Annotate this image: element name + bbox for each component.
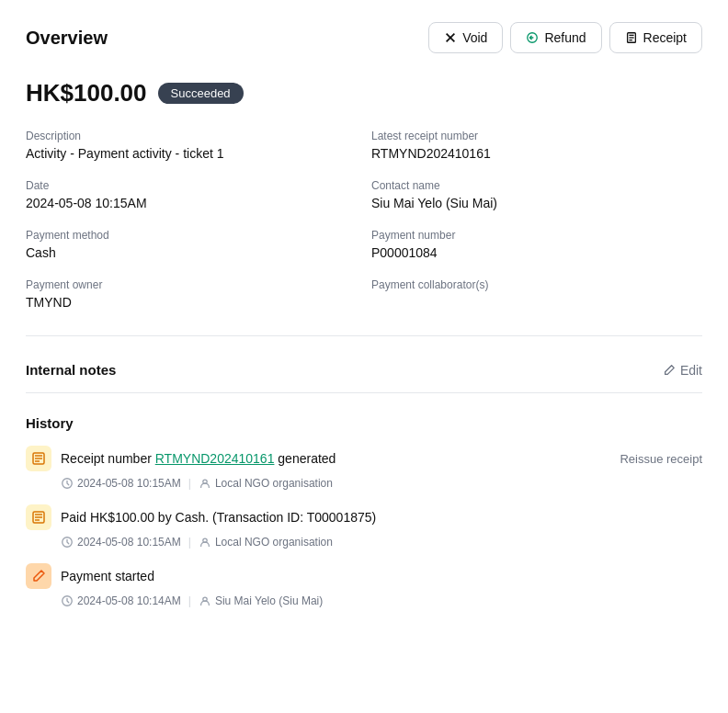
- meta-time-1: 2024-05-08 10:15AM: [61, 536, 181, 549]
- detail-payment-owner: Payment owner TMYND: [26, 278, 357, 310]
- contact-name-label: Contact name: [371, 179, 702, 192]
- history-section: History Receipt number RTMYND202410161: [26, 415, 702, 622]
- payment-amount: HK$100.00: [26, 79, 147, 108]
- receipt-button[interactable]: Receipt: [609, 22, 702, 53]
- receipt-generated-icon: [26, 446, 51, 471]
- page-header: Overview Void Refund Receipt: [26, 22, 702, 53]
- detail-payment-collaborators: Payment collaborator(s): [371, 278, 702, 310]
- history-item-paid-cash: Paid HK$100.00 by Cash. (Transaction ID:…: [26, 504, 702, 549]
- receipt-number-link[interactable]: RTMYND202410161: [155, 451, 275, 466]
- payment-method-label: Payment method: [26, 229, 357, 242]
- meta-org-2: Siu Mai Yelo (Siu Mai): [199, 594, 323, 607]
- details-grid: Description Activity - Payment activity …: [26, 130, 702, 336]
- reissue-receipt-button[interactable]: Reissue receipt: [620, 452, 702, 466]
- refund-button[interactable]: Refund: [510, 22, 601, 53]
- clock-icon-1: [61, 536, 74, 549]
- internal-notes-title: Internal notes: [26, 362, 116, 378]
- payment-collaborators-label: Payment collaborator(s): [371, 278, 702, 291]
- receipt-icon: [625, 31, 638, 44]
- detail-description: Description Activity - Payment activity …: [26, 130, 357, 161]
- history-meta-1: 2024-05-08 10:15AM | Local NGO organisat…: [26, 536, 702, 549]
- amount-row: HK$100.00 Succeeded: [26, 79, 702, 108]
- payment-number-label: Payment number: [371, 229, 702, 242]
- description-label: Description: [26, 130, 357, 142]
- history-main-row-1: Paid HK$100.00 by Cash. (Transaction ID:…: [26, 504, 702, 530]
- refund-icon: [526, 31, 539, 44]
- status-badge: Succeeded: [158, 83, 244, 104]
- clock-icon-0: [61, 477, 74, 490]
- org-icon-1: [199, 536, 211, 549]
- receipt-number-value: RTMYND202410161: [371, 146, 702, 161]
- internal-notes-section: Internal notes Edit: [26, 362, 702, 393]
- history-text-0: Receipt number RTMYND202410161 generated: [61, 451, 336, 466]
- detail-payment-number: Payment number P00001084: [371, 229, 702, 260]
- payment-started-icon: [26, 563, 51, 589]
- receipt-number-label: Latest receipt number: [371, 130, 702, 142]
- date-label: Date: [26, 179, 357, 192]
- page-title: Overview: [26, 28, 108, 49]
- detail-date: Date 2024-05-08 10:15AM: [26, 179, 357, 210]
- clock-icon-2: [61, 594, 74, 607]
- history-item-receipt-generated: Receipt number RTMYND202410161 generated…: [26, 446, 702, 490]
- header-actions: Void Refund Receipt: [428, 22, 702, 53]
- meta-org-0: Local NGO organisation: [199, 477, 333, 490]
- history-main-row-2: Payment started: [26, 563, 702, 589]
- org-icon-2: [199, 594, 211, 607]
- date-value: 2024-05-08 10:15AM: [26, 196, 357, 210]
- void-button[interactable]: Void: [428, 22, 503, 53]
- meta-time-2: 2024-05-08 10:14AM: [61, 594, 181, 607]
- detail-receipt-number: Latest receipt number RTMYND202410161: [371, 130, 702, 161]
- history-title: History: [26, 415, 702, 431]
- history-text-1: Paid HK$100.00 by Cash. (Transaction ID:…: [61, 510, 376, 525]
- description-value: Activity - Payment activity - ticket 1: [26, 146, 357, 161]
- payment-owner-value: TMYND: [26, 295, 357, 310]
- detail-contact-name: Contact name Siu Mai Yelo (Siu Mai): [371, 179, 702, 210]
- payment-owner-label: Payment owner: [26, 278, 357, 291]
- paid-cash-icon: [26, 504, 51, 530]
- history-main-row-0: Receipt number RTMYND202410161 generated…: [26, 446, 702, 471]
- meta-org-1: Local NGO organisation: [199, 536, 333, 549]
- edit-button[interactable]: Edit: [663, 363, 702, 378]
- history-item-payment-started: Payment started 2024-05-08 10:14AM | Siu…: [26, 563, 702, 607]
- x-icon: [444, 31, 457, 44]
- meta-time-0: 2024-05-08 10:15AM: [61, 477, 181, 490]
- contact-name-value: Siu Mai Yelo (Siu Mai): [371, 196, 702, 210]
- detail-payment-method: Payment method Cash: [26, 229, 357, 260]
- history-meta-0: 2024-05-08 10:15AM | Local NGO organisat…: [26, 477, 702, 490]
- org-icon-0: [199, 477, 211, 490]
- history-list: Receipt number RTMYND202410161 generated…: [26, 446, 702, 622]
- history-text-2: Payment started: [61, 569, 154, 583]
- history-meta-2: 2024-05-08 10:14AM | Siu Mai Yelo (Siu M…: [26, 594, 702, 607]
- pencil-icon: [663, 364, 676, 377]
- payment-number-value: P00001084: [371, 245, 702, 260]
- payment-method-value: Cash: [26, 245, 357, 260]
